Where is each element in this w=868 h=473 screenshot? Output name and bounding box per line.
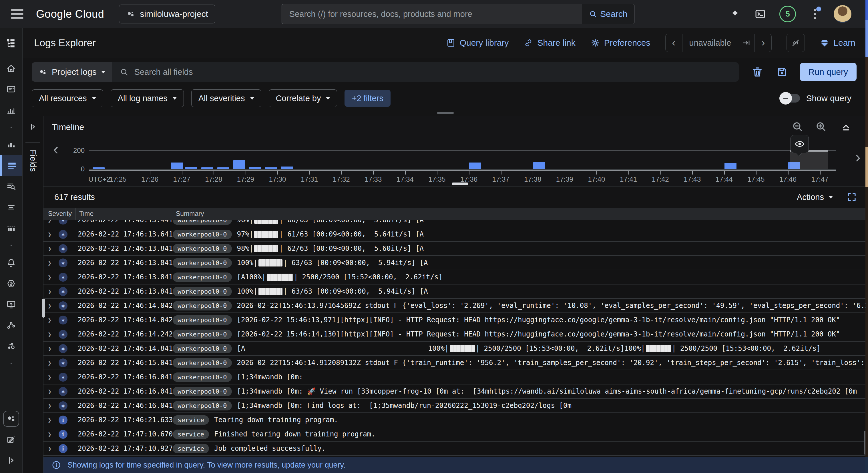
sidebar-item-metrics[interactable]: [0, 100, 22, 121]
log-row[interactable]: ❯✱2026-02-22 17:46:13.841workerpool0-010…: [43, 256, 868, 270]
sidebar-item-trace[interactable]: [0, 315, 22, 336]
run-query-button[interactable]: Run query: [800, 63, 857, 81]
log-row[interactable]: ❯✱2026-02-22 17:46:14.042workerpool0-020…: [43, 299, 868, 313]
sidebar-item-home[interactable]: [0, 58, 22, 79]
global-search-bar[interactable]: Search (/) for resources, docs, products…: [282, 4, 634, 24]
histogram-bar[interactable]: [185, 167, 197, 169]
project-selector[interactable]: similoluwa-project: [119, 5, 215, 24]
log-row[interactable]: ❯✱2026-02-22 17:46:16.041workerpool0-0[1…: [43, 384, 868, 399]
sidebar-item-logs-selected[interactable]: [0, 155, 22, 176]
filter-all-resources[interactable]: All resources: [32, 90, 103, 107]
row-expand-chevron[interactable]: ❯: [48, 259, 59, 267]
global-search-button[interactable]: Search: [582, 4, 634, 24]
fields-expand-icon[interactable]: [28, 122, 37, 134]
column-header-severity[interactable]: Severity: [43, 208, 76, 219]
more-filters-chip[interactable]: +2 filters: [344, 90, 390, 107]
resource-chip[interactable]: workerpool0-0: [173, 387, 231, 396]
row-expand-chevron[interactable]: ❯: [48, 220, 59, 224]
histogram-bar[interactable]: [281, 167, 293, 169]
sidebar-item-project-hexes[interactable]: [0, 408, 22, 429]
share-link-button[interactable]: Share link: [524, 38, 575, 48]
fullscreen-icon[interactable]: [846, 192, 857, 203]
filter-all-log-names[interactable]: All log names: [111, 90, 184, 107]
log-row[interactable]: ❯✱2026-02-22 17:46:13.841workerpool0-0[A…: [43, 270, 868, 284]
query-search-input[interactable]: Search all fields: [112, 62, 739, 82]
row-expand-chevron[interactable]: ❯: [48, 359, 59, 367]
histogram-bar[interactable]: [217, 167, 229, 169]
sidebar-item-log-search[interactable]: [0, 176, 22, 197]
learn-button[interactable]: Learn: [820, 38, 856, 48]
timeline-scrollbar-thumb[interactable]: [452, 182, 468, 185]
resource-chip[interactable]: workerpool0-0: [173, 315, 231, 325]
resource-chip[interactable]: workerpool0-0: [173, 330, 231, 339]
more-options-icon[interactable]: [809, 8, 820, 20]
sidebar-item-hex-dollar[interactable]: [0, 273, 22, 294]
notifications-badge[interactable]: 5: [779, 6, 796, 22]
row-expand-chevron[interactable]: ❯: [48, 345, 59, 352]
filter-all-severities[interactable]: All severities: [191, 90, 261, 107]
resource-chip[interactable]: workerpool0-0: [173, 301, 231, 310]
resource-chip[interactable]: service: [173, 430, 209, 439]
clear-query-button[interactable]: [751, 66, 763, 78]
log-row[interactable]: ❯✱2026-02-22 17:46:13.841workerpool0-010…: [43, 284, 868, 299]
sidebar-item-bar-chart[interactable]: [0, 134, 22, 155]
sidebar-item-expand[interactable]: [0, 450, 22, 471]
show-query-toggle[interactable]: [781, 94, 800, 103]
preview-logs-eye-button[interactable]: [790, 135, 809, 153]
log-row[interactable]: ❯✱2026-02-22 17:46:13.841workerpool0-098…: [43, 242, 868, 256]
log-row[interactable]: ❯✱2026-02-22 17:46:13.641workerpool0-097…: [43, 227, 868, 242]
resource-chip[interactable]: workerpool0-0: [173, 358, 231, 368]
resource-chip[interactable]: workerpool0-0: [173, 344, 231, 353]
histogram-bar[interactable]: [171, 163, 183, 169]
row-expand-chevron[interactable]: ❯: [48, 445, 59, 452]
query-library-button[interactable]: Query library: [446, 38, 509, 48]
row-expand-chevron[interactable]: ❯: [48, 245, 59, 252]
filter-correlate-by[interactable]: Correlate by: [269, 90, 337, 107]
sidebar-item-bell[interactable]: [0, 252, 22, 273]
resource-chip[interactable]: workerpool0-0: [173, 401, 231, 410]
gemini-sparkle-icon[interactable]: [729, 8, 741, 20]
save-query-button[interactable]: [776, 66, 788, 78]
live-tail-button[interactable]: [786, 34, 805, 52]
resource-chip[interactable]: workerpool0-0: [173, 287, 231, 296]
resize-drag-handle[interactable]: [437, 112, 454, 114]
log-scope-selector[interactable]: Project logs: [32, 62, 112, 82]
resource-chip[interactable]: service: [173, 415, 209, 425]
log-row[interactable]: ❯✱2026-02-22 17:46:16.041workerpool0-0[1…: [43, 399, 868, 413]
sidebar-item-monitor-up[interactable]: [0, 294, 22, 315]
log-row[interactable]: ❯✱2026-02-22 17:46:14.042workerpool0-0[2…: [43, 313, 868, 327]
row-expand-chevron[interactable]: ❯: [48, 231, 59, 238]
hamburger-menu-icon[interactable]: [11, 9, 24, 19]
log-row[interactable]: ❯i2026-02-22 17:46:21.633serviceTearing …: [43, 413, 868, 427]
log-row[interactable]: ❯i2026-02-22 17:47:10.670serviceFinished…: [43, 427, 868, 442]
log-row[interactable]: ❯✱2026-02-22 17:46:14.841workerpool0-0[A…: [43, 342, 868, 356]
jump-to-latest-button[interactable]: [738, 34, 754, 52]
fields-resize-handle[interactable]: [42, 299, 45, 317]
sidebar-item-profiler[interactable]: [0, 336, 22, 357]
row-expand-chevron[interactable]: ❯: [48, 431, 59, 438]
histogram-bar[interactable]: [724, 163, 737, 169]
row-expand-chevron[interactable]: ❯: [48, 316, 59, 324]
resource-chip[interactable]: workerpool0-0: [173, 258, 231, 268]
histogram-bar[interactable]: [469, 163, 481, 169]
row-expand-chevron[interactable]: ❯: [48, 274, 59, 281]
range-next-button[interactable]: ›: [754, 34, 771, 52]
sidebar-item-blocks[interactable]: [0, 218, 22, 238]
sidebar-item-compose[interactable]: [0, 429, 22, 450]
histogram-bar[interactable]: [249, 167, 261, 169]
column-header-time[interactable]: Time: [76, 208, 170, 219]
sidebar-item-align-lines[interactable]: [0, 197, 22, 218]
row-expand-chevron[interactable]: ❯: [48, 302, 59, 309]
row-expand-chevron[interactable]: ❯: [48, 402, 59, 409]
row-expand-chevron[interactable]: ❯: [48, 374, 59, 381]
histogram-bar[interactable]: [201, 167, 213, 169]
histogram-bar[interactable]: [265, 167, 277, 169]
resource-chip[interactable]: workerpool0-0: [173, 244, 231, 254]
sidebar-item-dashboard[interactable]: [0, 79, 22, 100]
column-header-summary[interactable]: Summary: [170, 210, 868, 218]
page-scrollbar[interactable]: [865, 0, 868, 473]
row-expand-chevron[interactable]: ❯: [48, 416, 59, 424]
log-row[interactable]: ❯✱2026-02-22 17:46:13.441workerpool0-096…: [43, 220, 868, 227]
avatar[interactable]: [834, 5, 851, 23]
histogram-bar[interactable]: [93, 167, 105, 169]
